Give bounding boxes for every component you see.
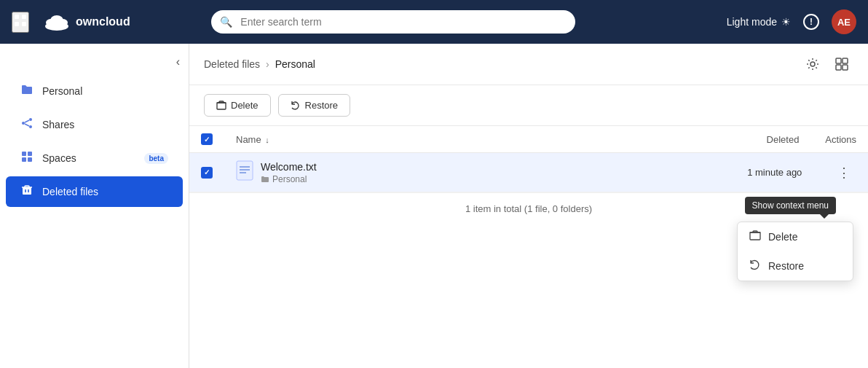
file-table: ✓ Name ↓ Deleted Actions: [189, 126, 868, 192]
svg-line-12: [25, 124, 29, 126]
sidebar-item-label: Spaces: [42, 152, 76, 164]
check-mark: ✓: [204, 136, 210, 144]
sidebar-item-label: Shares: [42, 119, 74, 130]
sort-arrow: ↓: [265, 136, 269, 144]
sidebar-collapse-button[interactable]: ‹: [176, 55, 180, 68]
svg-rect-25: [843, 65, 848, 70]
share-icon: [20, 117, 33, 133]
svg-point-9: [29, 125, 32, 128]
sidebar-collapse: ‹: [0, 52, 189, 74]
notification-icon: !: [803, 14, 819, 30]
logo-icon: [44, 12, 70, 32]
path-folder-icon: [261, 175, 269, 184]
svg-rect-22: [836, 58, 841, 63]
breadcrumb-root: Deleted files: [204, 58, 260, 70]
restore-icon: [291, 101, 301, 111]
svg-rect-13: [22, 152, 26, 156]
file-name-info: Welcome.txt Personal: [261, 161, 317, 184]
svg-rect-17: [23, 187, 31, 195]
light-mode-label: Light mode: [727, 16, 777, 28]
svg-point-21: [810, 62, 815, 66]
svg-rect-3: [22, 22, 26, 26]
folder-icon: [20, 83, 33, 99]
spaces-icon: [20, 150, 33, 166]
search-input[interactable]: [211, 10, 575, 34]
svg-rect-23: [843, 58, 848, 63]
sidebar-item-deleted-files[interactable]: Deleted files: [6, 176, 183, 207]
svg-rect-1: [22, 15, 26, 19]
svg-rect-24: [836, 65, 841, 70]
context-delete-icon: [749, 230, 761, 244]
col-actions-header: Actions: [813, 126, 868, 153]
check-mark: ✓: [204, 168, 210, 176]
svg-rect-16: [28, 157, 32, 162]
svg-point-10: [22, 122, 25, 125]
delete-icon: [216, 101, 226, 111]
svg-rect-14: [28, 152, 32, 156]
beta-badge: beta: [144, 153, 168, 164]
svg-point-8: [29, 118, 32, 121]
restore-button[interactable]: Restore: [278, 94, 351, 117]
delete-label: Delete: [231, 100, 259, 111]
svg-rect-0: [15, 15, 19, 19]
col-name-header[interactable]: Name: [236, 134, 261, 145]
breadcrumb-sep: ›: [266, 58, 269, 70]
header-actions: [801, 52, 853, 76]
restore-label: Restore: [305, 100, 339, 111]
file-name: Welcome.txt: [261, 161, 317, 173]
layout-icon: [835, 57, 849, 71]
context-menu-container: Show context menu Delete: [737, 219, 853, 281]
app-body: ‹ Personal Shares: [0, 44, 868, 368]
row-checkbox[interactable]: ✓: [201, 167, 213, 179]
context-delete-label: Delete: [768, 231, 797, 243]
breadcrumb-current: Personal: [275, 58, 315, 70]
svg-rect-32: [750, 232, 760, 240]
trash-icon: [20, 184, 33, 200]
layout-button[interactable]: [830, 52, 853, 76]
table-row[interactable]: ✓: [189, 153, 868, 192]
sidebar: ‹ Personal Shares: [0, 44, 189, 368]
file-deleted-time: 1 minute ago: [682, 153, 813, 192]
file-txt-icon: [236, 160, 253, 184]
svg-rect-26: [217, 103, 226, 109]
svg-rect-2: [15, 22, 19, 26]
light-mode-button[interactable]: Light mode ☀: [727, 16, 791, 28]
search-icon: 🔍: [220, 16, 232, 28]
context-restore-label: Restore: [768, 260, 804, 272]
svg-rect-28: [237, 161, 253, 180]
sidebar-item-label: Deleted files: [42, 186, 98, 197]
content-header: Deleted files › Personal: [189, 44, 868, 85]
settings-button[interactable]: [801, 52, 824, 76]
main-content: Deleted files › Personal: [189, 44, 868, 368]
search-bar: 🔍: [211, 10, 575, 34]
txt-file-icon: [236, 160, 253, 181]
logo-text: owncloud: [76, 15, 130, 28]
nav-right: Light mode ☀ ! AE: [727, 9, 856, 34]
toolbar: Delete Restore: [189, 85, 868, 126]
app-grid-button[interactable]: [12, 12, 29, 33]
logo: owncloud: [44, 12, 130, 32]
svg-line-11: [25, 120, 29, 122]
sidebar-item-shares[interactable]: Shares: [6, 109, 183, 140]
select-all-checkbox[interactable]: ✓: [201, 133, 213, 145]
delete-button[interactable]: Delete: [204, 94, 271, 117]
context-restore-icon: [749, 259, 761, 273]
context-menu-delete[interactable]: Delete: [738, 222, 853, 251]
breadcrumb: Deleted files › Personal: [204, 58, 315, 70]
svg-rect-15: [22, 157, 26, 162]
file-actions-button[interactable]: ⋮: [832, 162, 856, 184]
avatar[interactable]: AE: [832, 9, 856, 34]
svg-point-7: [50, 15, 63, 26]
gear-icon: [805, 57, 820, 71]
context-menu: Delete Restore: [737, 222, 853, 281]
sidebar-item-label: Personal: [42, 85, 82, 97]
context-menu-restore[interactable]: Restore: [738, 251, 853, 281]
sun-icon: ☀: [781, 16, 791, 28]
sidebar-item-personal[interactable]: Personal: [6, 76, 183, 106]
notification-button[interactable]: !: [800, 10, 823, 34]
file-path: Personal: [261, 174, 317, 184]
col-deleted-header: Deleted: [682, 126, 813, 153]
topnav: owncloud 🔍 Light mode ☀ ! AE: [0, 0, 868, 44]
sidebar-item-spaces[interactable]: Spaces beta: [6, 143, 183, 173]
file-name-cell: Welcome.txt Personal: [236, 160, 671, 184]
